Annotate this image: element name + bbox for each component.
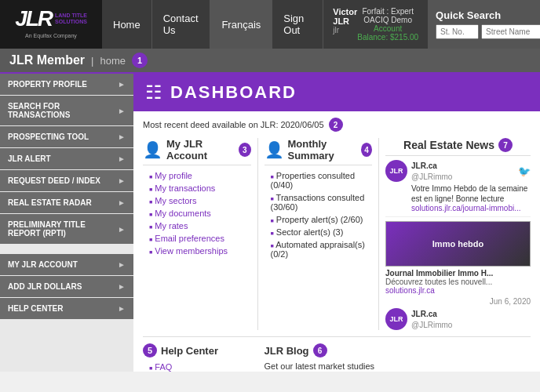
summary-item: ■ Automated appraisal(s) (0/2) (271, 238, 373, 260)
immo-image: Immo hebdo (385, 221, 531, 267)
member-home-link[interactable]: home (100, 55, 126, 67)
help-badge-5: 5 (143, 343, 157, 358)
sidebar-item-request-deed[interactable]: REQUEST DEED / INDEX► (0, 170, 133, 191)
nav-contact-us[interactable]: Contact Us (152, 0, 211, 49)
account-icon: 👤 (143, 140, 162, 159)
monthly-summary-title: Monthly Summary (288, 138, 357, 162)
sidebar-item-prospecting-tool[interactable]: PROSPECTING TOOL► (0, 126, 133, 147)
dashboard-title: DASHBOARD (170, 82, 297, 103)
user-sub: jlr (333, 26, 357, 34)
blog-badge-6: 6 (313, 343, 327, 358)
article-source[interactable]: solutions.jlr.ca (385, 286, 531, 295)
logo-subtitle: LAND TITLESOLUTIONS (55, 13, 87, 24)
st-number-input[interactable] (436, 24, 479, 39)
tweet2-handle: @JLRimmo (411, 321, 452, 329)
forfait-label: Forfait : Expert OACIQ Demo (357, 7, 418, 24)
summary-item: ■ Transactions consulted (30/60) (271, 191, 373, 213)
account-link[interactable]: ■ My documents (149, 207, 251, 220)
account-link[interactable]: ■ My profile (149, 169, 251, 182)
tweet1-link[interactable]: solutions.jlr.ca/journal-immobi... (411, 204, 531, 212)
article-title[interactable]: Journal Immobilier Immo H... (385, 269, 531, 278)
sidebar-item-preliminary-title[interactable]: PRELIMINARY TITLE REPORT (RPTI)► (0, 214, 133, 244)
tweet1-handle: @JLRimmo (411, 172, 452, 181)
account-balance: Account Balance: $215.00 (357, 24, 418, 42)
real-estate-news-title: Real Estate News (403, 139, 494, 151)
badge-2: 2 (329, 118, 343, 132)
blog-text: Get our latest market studies and much m… (265, 361, 380, 372)
tweet1-name: JLR.ca (411, 162, 437, 170)
tweet1-bird-icon: 🐦 (518, 165, 531, 177)
article-sub: Découvrez toutes les nouvell... (385, 278, 531, 286)
dashboard-icon: ☷ (145, 82, 162, 103)
tweet2-name: JLR.ca (411, 310, 437, 318)
summary-icon: 👤 (265, 140, 284, 159)
badge-4: 4 (361, 143, 372, 157)
sidebar-item-my-jlr-account[interactable]: MY JLR ACCOUNT► (0, 254, 133, 275)
sidebar-item-real-estate-radar[interactable]: REAL ESTATE RADAR► (0, 192, 133, 213)
account-link[interactable]: ■ My rates (149, 220, 251, 232)
logo-jlr: JLR (15, 6, 52, 31)
nav-sign-out[interactable]: Sign Out (272, 0, 323, 49)
account-link[interactable]: ■ Email preferences (149, 232, 251, 245)
news-date: Jun 6, 2020 (385, 297, 531, 306)
jlr-blog-title: JLR Blog (265, 345, 309, 357)
sidebar-item-help-center-nav[interactable]: HELP CENTER► (0, 298, 133, 319)
tweet1-avatar: JLR (385, 160, 407, 182)
nav-francais[interactable]: Français (210, 0, 272, 49)
summary-item: ■ Sector alert(s) (3) (271, 226, 373, 238)
member-label: JLR Member (9, 53, 85, 67)
account-link[interactable]: ■ View memberships (149, 245, 251, 257)
sidebar-item-jlr-alert[interactable]: JLR ALERT► (0, 148, 133, 169)
account-link[interactable]: ■ My transactions (149, 182, 251, 194)
recent-deed-text: Most recent deed available on JLR: 2020/… (143, 120, 324, 129)
sidebar-item-search-transactions[interactable]: SEARCH FOR TRANSACTIONS► (0, 96, 133, 125)
quick-search-title: Quick Search (436, 9, 540, 21)
member-separator: | (91, 55, 93, 67)
summary-item: ■ Property alert(s) (2/60) (271, 213, 373, 226)
account-link[interactable]: ■ My sectors (149, 194, 251, 207)
my-account-title: My JLR Account (166, 138, 235, 162)
summary-item: ■ Properties consulted (0/40) (271, 169, 373, 191)
sidebar-item-property-profile[interactable]: PROPERTY PROFILE► (0, 74, 133, 95)
nav-home[interactable]: Home (102, 0, 152, 49)
member-badge-1: 1 (132, 53, 148, 68)
help-link[interactable]: ■ FAQ (149, 361, 258, 372)
street-name-input[interactable] (481, 24, 540, 39)
tweet1-text: Votre Immo Hebdo de la semaine est en li… (411, 183, 531, 204)
badge-7: 7 (498, 138, 513, 152)
sidebar-item-add-jlr-dollars[interactable]: ADD JLR DOLLARS► (0, 276, 133, 297)
equifax-label: An Equifax Company (25, 33, 77, 38)
user-name: Victor JLR (333, 7, 357, 26)
tweet2-avatar: JLR (385, 308, 407, 330)
help-center-title: Help Center (161, 345, 218, 357)
badge-3: 3 (239, 143, 250, 157)
